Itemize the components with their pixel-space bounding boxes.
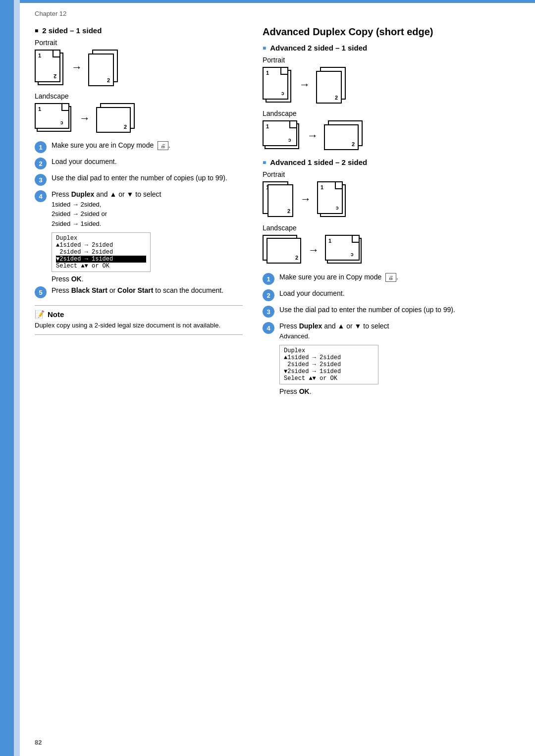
right-portrait-label-1: Portrait (263, 56, 510, 64)
arrow-right-l2: → (308, 244, 319, 257)
left-press-ok: Press OK. (52, 275, 243, 283)
left-step-1: 1 Make sure you are in Copy mode 🖨. (35, 141, 243, 153)
right-duplex-menu: Duplex ▲1sided → 2sided 2sided → 2sided … (279, 345, 378, 384)
left-steps: 1 Make sure you are in Copy mode 🖨. 2 Lo… (35, 141, 243, 298)
left-step-3: 3 Use the dial pad to enter the number o… (35, 173, 243, 186)
note-box: 📝 Note Duplex copy using a 2-sided legal… (35, 305, 243, 334)
copy-mode-icon-right: 🖨 (385, 273, 396, 282)
left-step-2: 2 Load your document. (35, 157, 243, 169)
left-step-4: 4 Press Duplex and ▲ or ▼ to select 1sid… (35, 190, 243, 228)
arrow-landscape-left: → (79, 112, 90, 125)
left-column: 2 sided – 1 sided Portrait 1 2 → (35, 26, 243, 398)
top-bar (0, 0, 535, 3)
left-step-5: 5 Press Black Start or Color Start to sc… (35, 286, 243, 298)
right-landscape-diagram-2: 1 2 → 1 c (263, 235, 510, 266)
left-duplex-menu: Duplex ▲1sided → 2sided 2sided → 2sided … (52, 232, 151, 272)
right-main-title: Advanced Duplex Copy (short edge) (263, 26, 510, 38)
right-portrait-diagram-2: 1 2 → 1 c (263, 181, 510, 217)
right-portrait-diagram-1: 1 c → 1 2 (263, 67, 510, 103)
right-step-3: 3 Use the dial pad to enter the number o… (263, 305, 510, 318)
right-steps: 1 Make sure you are in Copy mode 🖨. 2 Lo… (263, 272, 510, 395)
sidebar-accent-light (14, 0, 20, 756)
right-sub1-header: Advanced 2 sided – 1 sided (263, 44, 510, 52)
sidebar-accent (0, 0, 14, 756)
arrow-right-l1: → (307, 129, 318, 142)
arrow-right-p2: → (300, 193, 311, 206)
right-step-2: 2 Load your document. (263, 289, 510, 301)
right-sub2-header: Advanced 1 sided – 2 sided (263, 158, 510, 166)
left-landscape-diagram: 1 c → 1 2 (35, 103, 243, 134)
arrow-right-p1: → (299, 78, 310, 91)
left-portrait-diagram: 1 2 → 1 2 (35, 50, 243, 85)
right-landscape-label-1: Landscape (263, 109, 510, 117)
right-landscape-diagram-1: 1 c → 1 2 (263, 120, 510, 151)
right-step-4: 4 Press Duplex and ▲ or ▼ to select Adva… (263, 322, 510, 341)
chapter-label: Chapter 12 (35, 10, 520, 17)
right-portrait-label-2: Portrait (263, 170, 510, 178)
left-landscape-label: Landscape (35, 92, 243, 100)
left-portrait-label: Portrait (35, 39, 243, 47)
note-icon: 📝 (35, 310, 45, 319)
right-step-1: 1 Make sure you are in Copy mode 🖨. (263, 272, 510, 285)
left-section-header: 2 sided – 1 sided (35, 26, 243, 35)
right-column: Advanced Duplex Copy (short edge) Advanc… (263, 26, 510, 398)
arrow-portrait-left: → (71, 61, 82, 74)
note-text: Duplex copy using a 2-sided legal size d… (35, 321, 243, 330)
page-number: 82 (35, 739, 42, 746)
right-press-ok: Press OK. (279, 387, 510, 395)
copy-mode-icon: 🖨 (158, 141, 168, 150)
note-header: 📝 Note (35, 310, 243, 319)
right-landscape-label-2: Landscape (263, 224, 510, 232)
